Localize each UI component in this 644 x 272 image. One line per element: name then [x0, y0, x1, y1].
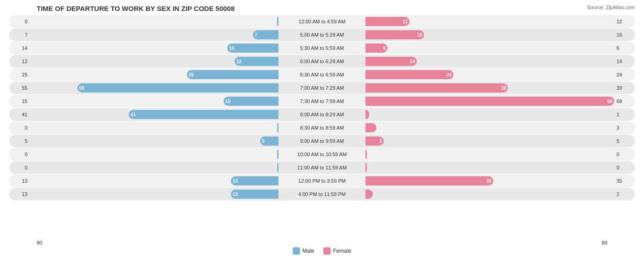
female-value: 5	[614, 138, 635, 144]
male-value: 0	[9, 19, 30, 24]
axis-labels: 80 80	[9, 240, 635, 245]
chart-area: 012:00 AM to 4:59 AM1212775:00 AM to 5:2…	[9, 15, 635, 239]
male-value: 5	[9, 138, 30, 144]
table-row: 08:30 AM to 8:59 AM3	[9, 121, 635, 134]
table-row: 775:00 AM to 5:29 AM1616	[9, 28, 635, 41]
time-range-label: 10:00 AM to 10:59 AM	[278, 152, 366, 157]
table-row: 55557:00 AM to 7:29 AM3939	[9, 82, 635, 94]
female-value: 0	[614, 152, 635, 157]
female-color-swatch	[323, 247, 331, 255]
male-value: 25	[9, 72, 30, 77]
time-range-label: 4:00 PM to 11:59 PM	[278, 191, 366, 197]
male-bar: 25	[187, 70, 278, 79]
time-range-label: 9:00 AM to 9:59 AM	[278, 138, 366, 144]
male-bar: 14	[227, 44, 278, 53]
male-value: 14	[9, 45, 30, 51]
female-bar: 35	[366, 176, 493, 185]
male-bar: 13	[231, 176, 278, 185]
male-bar: 55	[77, 83, 278, 92]
table-row: 559:00 AM to 9:59 AM55	[9, 135, 635, 147]
male-value: 13	[9, 191, 30, 197]
female-value: 1	[614, 112, 635, 117]
male-value: 15	[9, 98, 30, 104]
time-range-label: 7:30 AM to 7:59 AM	[278, 98, 366, 104]
male-value: 0	[9, 152, 30, 157]
legend-female: Female	[323, 247, 351, 255]
female-value: 68	[614, 98, 635, 104]
male-value: 12	[9, 59, 30, 64]
female-value: 2	[614, 191, 635, 197]
female-bar: 14	[366, 57, 417, 66]
male-bar: 15	[224, 97, 278, 106]
time-range-label: 6:00 AM to 6:29 AM	[278, 59, 366, 64]
female-value: 24	[614, 72, 635, 77]
table-row: 012:00 AM to 4:59 AM1212	[9, 15, 635, 28]
table-row: 131312:00 PM to 3:59 PM3535	[9, 174, 635, 187]
female-bar: 68	[366, 97, 614, 106]
female-value: 16	[614, 32, 635, 38]
time-range-label: 7:00 AM to 7:29 AM	[278, 85, 366, 91]
female-bar: 16	[366, 30, 424, 39]
female-bar: 39	[366, 83, 508, 92]
female-value: 3	[614, 125, 635, 131]
male-value: 55	[9, 85, 30, 91]
female-value: 12	[614, 19, 635, 24]
male-value: 7	[9, 32, 30, 38]
male-value: 13	[9, 178, 30, 184]
female-bar: 24	[366, 70, 453, 79]
table-row: 010:00 AM to 10:59 AM0	[9, 148, 635, 161]
female-value: 39	[614, 85, 635, 91]
table-row: 011:00 AM to 11:59 AM0	[9, 161, 635, 174]
time-range-label: 5:00 AM to 5:29 AM	[278, 32, 366, 38]
chart-source: Source: ZipAtlas.com	[587, 5, 635, 10]
legend: Male Female	[9, 247, 635, 255]
time-range-label: 11:00 AM to 11:59 AM	[278, 165, 366, 170]
female-value: 6	[614, 45, 635, 51]
female-bar	[366, 190, 373, 199]
male-bar: 13	[231, 190, 278, 199]
chart-container: TIME OF DEPARTURE TO WORK BY SEX IN ZIP …	[0, 0, 644, 272]
time-range-label: 12:00 AM to 4:59 AM	[278, 19, 366, 24]
male-value: 0	[9, 165, 30, 170]
male-bar: 41	[129, 110, 278, 119]
male-value: 41	[9, 112, 30, 117]
female-value: 14	[614, 59, 635, 64]
time-range-label: 8:30 AM to 8:59 AM	[278, 125, 366, 131]
axis-left-label: 80	[37, 240, 42, 245]
female-bar: 12	[366, 17, 409, 26]
male-value: 0	[9, 125, 30, 131]
female-value: 35	[614, 178, 635, 184]
male-label: Male	[302, 248, 314, 254]
time-range-label: 5:30 AM to 5:59 AM	[278, 45, 366, 51]
time-range-label: 6:30 AM to 6:59 AM	[278, 72, 366, 77]
table-row: 14145:30 AM to 5:59 AM66	[9, 42, 635, 54]
legend-male: Male	[293, 247, 314, 255]
table-row: 25256:30 AM to 6:59 AM2424	[9, 68, 635, 81]
male-bar: 5	[260, 136, 278, 146]
female-bar-zero	[366, 163, 367, 172]
axis-right-label: 80	[602, 240, 607, 245]
female-label: Female	[333, 248, 351, 254]
chart-title: TIME OF DEPARTURE TO WORK BY SEX IN ZIP …	[9, 5, 635, 12]
time-range-label: 8:00 AM to 8:29 AM	[278, 112, 366, 117]
time-range-label: 12:00 PM to 3:59 PM	[278, 178, 366, 184]
table-row: 13134:00 PM to 11:59 PM2	[9, 188, 635, 201]
table-row: 41418:00 AM to 8:29 AM1	[9, 108, 635, 121]
female-bar: 5	[366, 136, 384, 146]
female-bar	[366, 110, 369, 119]
female-value: 0	[614, 165, 635, 170]
male-bar: 7	[253, 30, 278, 39]
female-bar	[366, 123, 377, 132]
female-bar: 6	[366, 44, 387, 53]
female-bar-zero	[366, 150, 367, 159]
table-row: 15157:30 AM to 7:59 AM6868	[9, 95, 635, 108]
table-row: 12126:00 AM to 6:29 AM1414	[9, 55, 635, 68]
male-bar: 12	[235, 57, 278, 66]
male-color-swatch	[293, 247, 300, 255]
